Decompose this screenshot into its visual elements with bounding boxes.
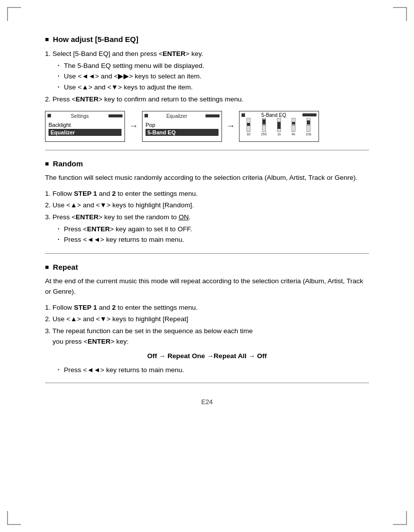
section-random-intro: The function will select music randomly …: [45, 173, 369, 183]
eq-diagram: Settings Backlight Equalizer → Equalizer…: [45, 111, 369, 142]
eq-box-5band: 5-Band EQ 92: [239, 111, 319, 142]
eq-box-dot: [48, 114, 51, 117]
corner-mark-br: [393, 511, 407, 525]
section-random-title: Random: [45, 159, 369, 168]
step-random-2: 2. Use <▲> and <▼> keys to highlight [Ra…: [45, 200, 369, 211]
steps-random: 1. Follow STEP 1 and 2 to enter the sett…: [45, 188, 369, 245]
step-random-3: 3. Press <ENTER> key to set the random t…: [45, 212, 369, 223]
repeat-sequence: Off → Repeat One →Repeat All → Off: [45, 352, 369, 360]
eq-box-equalizer-items: Pop 5-Band EQ: [142, 120, 222, 137]
page-number: E24: [45, 398, 369, 406]
corner-mark-bl: [7, 511, 21, 525]
eq-bar-track-5: [306, 118, 310, 132]
arrow-2: →: [226, 121, 235, 131]
divider-1: [45, 150, 369, 150]
eq-bar-92: 92: [246, 118, 250, 136]
eq-box-settings: Settings Backlight Equalizer: [45, 111, 125, 142]
arrow-1: →: [129, 121, 138, 131]
corner-mark-tl: [7, 7, 21, 21]
eq-box2-bar: [206, 114, 220, 117]
step-eq-1-bullet3: Use <▲> and <▼> keys to adjust the item.: [45, 82, 369, 93]
step-eq-1-bullet2: Use <◄◄> and <▶▶> keys to select an item…: [45, 71, 369, 82]
steps-eq: 1. Select [5-Band EQ] and then press <EN…: [45, 48, 369, 105]
eq-bar-track-1: [246, 118, 250, 132]
step-eq-1-bullet1: The 5-Band EQ setting menu will be displ…: [45, 60, 369, 71]
eq-bar-track-2: [262, 118, 266, 132]
eq-box3-title: 5-Band EQ: [262, 112, 286, 118]
section-repeat-title: Repeat: [45, 263, 369, 271]
section-repeat: Repeat At the end of the current music t…: [45, 263, 369, 383]
step-repeat-2: 2. Use <▲> and <▼> keys to highlight [Re…: [45, 314, 369, 325]
step-random-3-bullet1: Press <ENTER> key again to set it to OFF…: [45, 224, 369, 235]
eq-bar-1k: 1k: [277, 118, 281, 136]
step-random-1: 1. Follow STEP 1 and 2 to enter the sett…: [45, 188, 369, 199]
eq-bar-4k: 4k: [292, 118, 296, 136]
repeat-footer-bullet: Press <◄◄> key returns to main menu.: [45, 365, 369, 376]
eq-item-5band-selected: 5-Band EQ: [146, 129, 218, 136]
eq-box-settings-items: Backlight Equalizer: [46, 120, 124, 137]
eq-bars-content: 92 250: [240, 119, 318, 138]
steps-repeat: 1. Follow STEP 1 and 2 to enter the sett…: [45, 302, 369, 347]
eq-box-bar: [108, 114, 122, 117]
step-repeat-1: 1. Follow STEP 1 and 2 to enter the sett…: [45, 302, 369, 313]
eq-bar-track-3: [277, 118, 281, 132]
section-random: Random The function will select music ra…: [45, 159, 369, 254]
section-eq: How adjust [5-Band EQ] 1. Select [5-Band…: [45, 35, 369, 150]
page: How adjust [5-Band EQ] 1. Select [5-Band…: [0, 0, 414, 532]
eq-bar-250: 250: [261, 118, 267, 136]
divider-2: [45, 253, 369, 254]
eq-item-equalizer-selected: Equalizer: [48, 129, 122, 136]
eq-box3-dot: [242, 113, 245, 117]
eq-box2-dot: [144, 114, 148, 117]
step-random-3-bullet2: Press <◄◄> key returns to main menu.: [45, 234, 369, 245]
eq-box3-bar: [302, 113, 316, 116]
step-eq-1: 1. Select [5-Band EQ] and then press <EN…: [45, 48, 369, 59]
step-eq-2: 2. Press <ENTER> key to confirm and retu…: [45, 94, 369, 105]
step-repeat-3: 3. The repeat function can be set in the…: [45, 326, 369, 347]
eq-item-pop: Pop: [146, 121, 218, 128]
divider-3: [45, 383, 369, 383]
section-eq-title: How adjust [5-Band EQ]: [45, 35, 369, 43]
eq-bar-track-4: [292, 118, 296, 132]
section-repeat-intro: At the end of the current music this mod…: [45, 276, 369, 297]
eq-bar-10k: 10k: [306, 118, 311, 136]
eq-box-equalizer: Equalizer Pop 5-Band EQ: [142, 111, 222, 142]
eq-box-settings-header: Settings: [46, 111, 124, 120]
eq-item-backlight: Backlight: [48, 121, 122, 128]
corner-mark-tr: [393, 7, 407, 21]
eq-box-equalizer-header: Equalizer: [142, 111, 222, 120]
